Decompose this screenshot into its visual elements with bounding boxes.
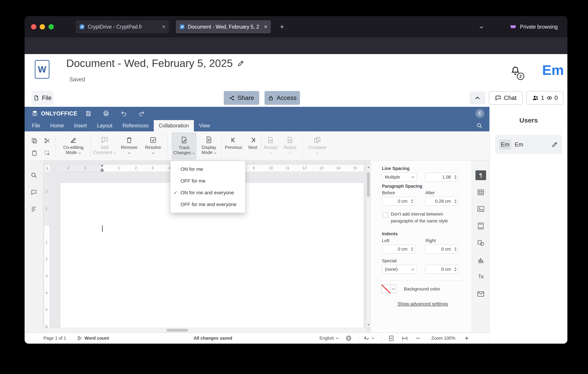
chevron-down-icon[interactable] <box>391 284 396 293</box>
image-settings-button[interactable] <box>475 204 486 214</box>
display-mode-button[interactable]: DisplayMode <box>197 133 221 159</box>
header-footer-settings-button[interactable] <box>475 221 486 231</box>
menu-tab-layout[interactable]: Layout <box>92 120 117 131</box>
quick-save-button[interactable] <box>84 110 92 117</box>
table-settings-button[interactable] <box>475 187 486 197</box>
track-menu-item[interactable]: ✓ON for me and everyone <box>170 187 245 198</box>
file-button[interactable]: File <box>32 91 53 105</box>
resolve-comment-button[interactable]: Resolve <box>142 133 165 159</box>
rename-pencil-icon[interactable] <box>237 60 245 67</box>
access-button[interactable]: Access <box>264 91 300 105</box>
fit-page-button[interactable] <box>388 333 395 344</box>
scrollbar-thumb[interactable] <box>166 329 188 332</box>
edit-name-pencil-icon[interactable] <box>551 141 558 148</box>
list-all-tabs-button[interactable] <box>477 23 486 32</box>
spinner-arrows[interactable] <box>453 265 458 273</box>
menu-tab-file[interactable]: File <box>27 120 45 131</box>
spinner-arrows[interactable] <box>453 197 458 205</box>
spacing-before-spinner[interactable]: 0 cm <box>382 197 415 206</box>
zoom-out-button[interactable] <box>415 333 421 344</box>
editor-user-avatar[interactable]: E <box>475 109 484 118</box>
fit-width-button[interactable] <box>401 333 408 344</box>
notifications-bell-button[interactable]: 2 <box>510 66 523 79</box>
spacing-after-spinner[interactable]: 0.28 cm <box>425 197 459 206</box>
add-comment-button[interactable]: AddComment <box>92 133 117 159</box>
zoom-window-button[interactable] <box>49 24 54 30</box>
spinner-arrows[interactable] <box>409 197 415 205</box>
next-change-button[interactable]: Next <box>245 133 261 159</box>
tab-cryptdrive[interactable]: CryptDrive - CryptPad.fr × <box>75 20 169 33</box>
color-swatch-none[interactable] <box>381 284 391 293</box>
menu-tab-home[interactable]: Home <box>45 120 69 131</box>
background-color-picker[interactable] <box>381 284 396 293</box>
accept-change-button[interactable]: Accept <box>262 133 279 159</box>
indent-left-spinner[interactable]: 0 cm <box>382 245 415 253</box>
vertical-scrollbar[interactable] <box>366 164 370 328</box>
track-menu-item[interactable]: ON for me <box>170 163 245 175</box>
ruler-vertical[interactable]: 21123456 <box>43 172 50 328</box>
select-all-button[interactable] <box>43 149 51 157</box>
page-indicator[interactable]: Page 1 of 1 <box>43 333 66 344</box>
document-title[interactable]: Document - Wed, February 5, 2025 <box>66 57 233 69</box>
editor-search-button[interactable] <box>476 122 483 129</box>
scroll-up-arrow[interactable] <box>367 166 369 168</box>
collapse-toolbar-button[interactable] <box>470 92 485 104</box>
undo-button[interactable] <box>120 110 128 117</box>
chat-button[interactable]: Chat <box>489 91 523 105</box>
cut-button[interactable] <box>43 137 51 145</box>
line-spacing-amount-spinner[interactable]: 1.08 <box>425 173 459 181</box>
paragraph-settings-button[interactable]: ¶ <box>475 170 486 180</box>
chart-settings-button[interactable] <box>475 255 486 265</box>
reject-change-button[interactable]: Reject <box>280 133 300 159</box>
copy-button[interactable] <box>30 137 38 145</box>
menu-tab-insert[interactable]: Insert <box>69 120 92 131</box>
redo-button[interactable] <box>137 110 146 117</box>
tab-close-icon[interactable]: × <box>264 24 267 30</box>
compare-button[interactable]: Compare <box>305 133 329 159</box>
indent-right-spinner[interactable]: 0 cm <box>425 245 459 253</box>
navigation-panel-button[interactable] <box>30 205 38 213</box>
track-menu-item[interactable]: OFF for me <box>170 175 245 187</box>
spell-check-button[interactable] <box>363 333 374 344</box>
show-advanced-settings-link[interactable]: Show advanced settings <box>398 301 448 306</box>
paste-button[interactable] <box>30 149 38 157</box>
mail-merge-settings-button[interactable] <box>475 289 486 299</box>
line-spacing-select[interactable]: Multiple <box>382 173 417 181</box>
menu-tab-references[interactable]: References <box>117 120 154 131</box>
textart-settings-button[interactable]: Ta <box>475 272 486 281</box>
track-menu-item[interactable]: OFF for me and everyone <box>170 198 245 210</box>
user-avatar[interactable]: Em <box>536 62 564 78</box>
horizontal-scrollbar[interactable] <box>43 328 366 332</box>
hanging-indent-marker[interactable] <box>101 168 104 170</box>
user-list-toggle-button[interactable]: 1 0 <box>526 91 564 105</box>
language-selector[interactable]: English <box>319 333 339 344</box>
find-button[interactable] <box>30 171 38 179</box>
remove-comment-button[interactable]: Remove <box>118 133 141 159</box>
track-changes-button[interactable]: TrackChanges <box>172 133 196 159</box>
special-amount-spinner[interactable]: 0 cm <box>425 265 459 274</box>
previous-change-button[interactable]: Previous <box>223 133 244 159</box>
special-indent-select[interactable]: (none) <box>382 265 417 274</box>
coediting-mode-button[interactable]: Co-editingMode <box>59 133 88 159</box>
minimize-window-button[interactable] <box>40 24 45 30</box>
user-list-item[interactable]: Em Em <box>495 135 562 154</box>
zoom-in-button[interactable] <box>464 333 470 344</box>
document-language-button[interactable] <box>345 333 352 344</box>
menu-tab-view[interactable]: View <box>194 120 215 131</box>
scroll-down-arrow[interactable] <box>367 324 369 326</box>
tab-document[interactable]: Document - Wed, February 5, 2 × <box>176 20 271 33</box>
zoom-level[interactable]: Zoom 100% <box>424 333 462 344</box>
new-tab-button[interactable]: + <box>277 22 287 32</box>
quick-print-button[interactable] <box>102 110 110 117</box>
tab-close-icon[interactable]: × <box>162 24 166 30</box>
close-window-button[interactable] <box>31 24 36 30</box>
spinner-arrows[interactable] <box>453 173 458 181</box>
dont-add-interval-checkbox[interactable] <box>383 212 388 218</box>
comments-panel-button[interactable] <box>30 188 38 196</box>
spinner-arrows[interactable] <box>409 245 415 253</box>
word-count-button[interactable]: Word count <box>77 333 109 344</box>
share-button[interactable]: Share <box>224 91 259 105</box>
spinner-arrows[interactable] <box>453 245 458 253</box>
menu-tab-collaboration[interactable]: Collaboration <box>154 120 194 131</box>
left-indent-marker[interactable] <box>101 170 104 171</box>
